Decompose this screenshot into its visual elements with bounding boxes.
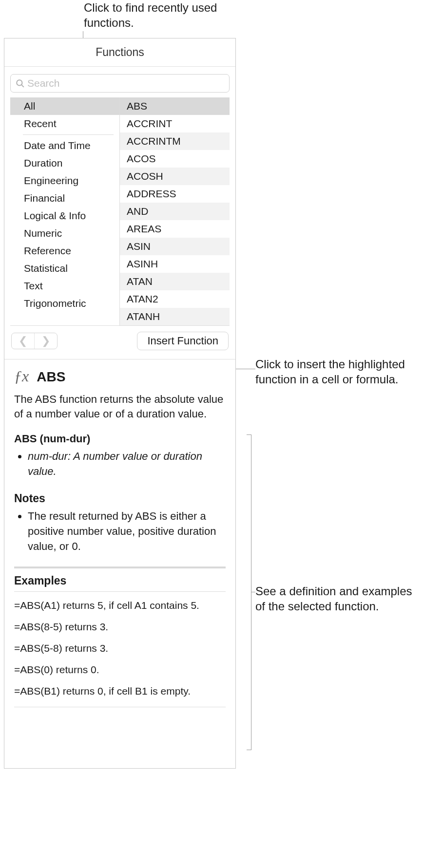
toolbar: ❮ ❯ Insert Function [4,326,235,354]
search-input[interactable] [27,77,224,89]
panel-title: Functions [4,38,235,67]
function-row[interactable]: ATAN2 [120,290,230,308]
search-icon [16,79,24,88]
example-line: =ABS(0) returns 0. [14,664,226,676]
callout-recent: Click to find recently used functions. [84,0,250,30]
chevron-left-icon: ❮ [19,335,27,347]
category-row[interactable]: Duration [10,154,119,172]
function-row[interactable]: ACCRINTM [120,132,230,150]
category-list[interactable]: All Recent Date and Time Duration Engine… [10,97,120,325]
separator [14,707,226,707]
function-row[interactable]: AND [120,203,230,220]
function-description: The ABS function returns the absolute va… [14,392,226,421]
help-panel: ƒx ABS The ABS function returns the abso… [4,359,235,723]
category-row[interactable]: Logical & Info [10,207,119,225]
example-line: =ABS(A1) returns 5, if cell A1 contains … [14,600,226,611]
notes-header: Notes [14,492,226,505]
function-row[interactable]: ACCRINT [120,115,230,132]
function-row[interactable]: ACOSH [120,168,230,185]
category-separator [23,134,114,135]
separator [14,591,226,592]
callout-line [236,369,255,369]
functions-panel: Functions All Recent Date and Time Durat… [4,38,236,769]
function-row[interactable]: ATANH [120,308,230,325]
category-row[interactable]: Date and Time [10,137,119,154]
nav-back-button[interactable]: ❮ [12,333,34,349]
notes-list: The result returned by ABS is either a p… [14,509,226,554]
category-row[interactable]: Text [10,277,119,295]
category-row-all[interactable]: All [10,97,119,115]
callout-insert: Click to insert the highlighted function… [255,357,416,387]
category-row[interactable]: Numeric [10,225,119,242]
nav-buttons: ❮ ❯ [11,333,58,349]
function-row[interactable]: ACOS [120,150,230,168]
examples-header: Examples [14,574,226,587]
function-name: ABS [37,369,65,385]
example-line: =ABS(5-8) returns 3. [14,642,226,654]
function-row[interactable]: ABS [120,97,230,115]
dual-list: All Recent Date and Time Duration Engine… [10,97,230,326]
parameter-item: num-dur: A number value or duration valu… [28,449,226,479]
function-row[interactable]: ASIN [120,238,230,255]
insert-function-button[interactable]: Insert Function [137,332,229,350]
function-row[interactable]: AREAS [120,220,230,238]
nav-forward-button[interactable]: ❯ [35,333,57,349]
svg-point-0 [17,80,22,85]
search-field[interactable] [10,74,230,93]
example-line: =ABS(B1) returns 0, if cell B1 is empty. [14,685,226,697]
category-row[interactable]: Financial [10,189,119,207]
separator [14,566,226,568]
svg-line-1 [21,85,24,87]
category-row[interactable]: Reference [10,242,119,260]
function-row[interactable]: ASINH [120,255,230,273]
function-list[interactable]: ABS ACCRINT ACCRINTM ACOS ACOSH ADDRESS … [120,97,230,325]
function-row[interactable]: ADDRESS [120,185,230,203]
chevron-right-icon: ❯ [41,335,50,347]
parameter-text: num-dur: A number value or duration valu… [28,450,202,477]
function-syntax: ABS (num-dur) [14,433,226,445]
example-line: =ABS(8-5) returns 3. [14,621,226,633]
category-row-recent[interactable]: Recent [10,115,119,132]
fx-icon: ƒx [14,367,29,385]
search-wrap [4,67,235,97]
category-row[interactable]: Trigonometric [10,295,119,312]
callout-bracket [247,434,251,750]
parameters-list: num-dur: A number value or duration valu… [14,449,226,479]
note-item: The result returned by ABS is either a p… [28,509,226,554]
function-header: ƒx ABS [14,367,226,385]
category-row[interactable]: Statistical [10,260,119,277]
function-row[interactable]: ATAN [120,273,230,290]
callout-line [251,592,255,592]
category-row[interactable]: Engineering [10,172,119,189]
callout-help: See a definition and examples of the sel… [255,584,416,614]
